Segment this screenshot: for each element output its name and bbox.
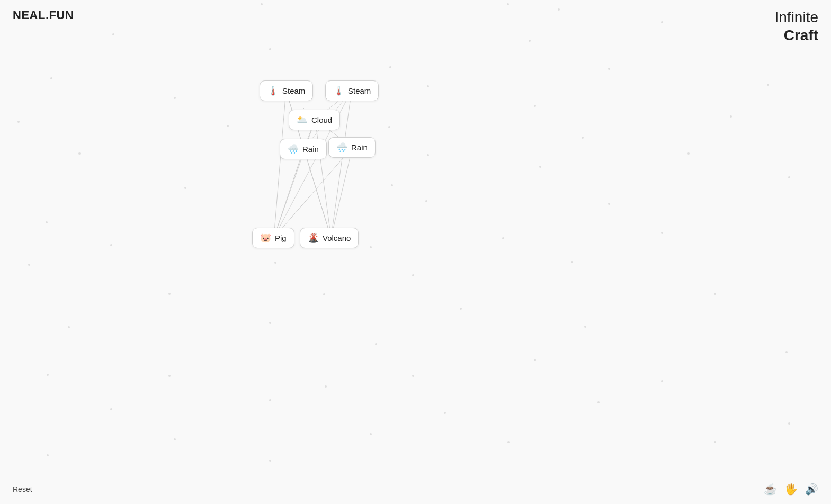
footer: Reset ☕ 🖐 🔊 [0,483,831,496]
svg-point-5 [50,77,52,79]
steam1-label: Steam [282,86,305,95]
footer-icons: ☕ 🖐 🔊 [764,483,818,496]
svg-point-50 [325,385,327,388]
svg-point-14 [227,125,229,127]
svg-point-6 [389,66,391,68]
svg-point-32 [661,232,663,234]
svg-point-55 [597,401,600,403]
svg-point-42 [269,322,271,324]
pig-emoji: 🐷 [260,232,271,244]
svg-point-48 [785,351,788,353]
coffee-icon[interactable]: ☕ [764,483,777,496]
svg-point-43 [375,343,377,345]
svg-point-31 [502,237,504,239]
svg-line-76 [331,147,353,238]
svg-point-33 [28,264,30,266]
svg-point-51 [661,380,663,382]
svg-point-41 [68,326,70,328]
volcano-label: Volcano [323,233,351,242]
svg-point-26 [425,200,427,202]
rain2-emoji: 🌧️ [336,142,347,153]
svg-point-30 [370,246,372,248]
svg-point-10 [427,85,429,87]
svg-line-71 [274,149,304,238]
volcano-emoji: 🌋 [308,232,319,244]
connections-svg [0,0,831,504]
sound-icon[interactable]: 🔊 [805,483,818,496]
title-infinite: Infinite [775,9,819,25]
svg-point-12 [767,84,769,86]
svg-point-45 [168,375,171,377]
svg-point-17 [78,152,81,155]
svg-point-0 [261,3,263,5]
svg-point-57 [370,433,372,435]
steam2-emoji: 🌡️ [333,85,344,96]
rain1-emoji: 🌧️ [288,143,299,155]
svg-point-59 [714,441,716,443]
rain2-label: Rain [351,143,368,152]
reset-button[interactable]: Reset [13,485,32,493]
svg-point-19 [582,137,584,139]
svg-point-56 [174,438,176,440]
rain1-label: Rain [302,145,319,154]
svg-point-62 [788,422,790,425]
svg-point-34 [274,262,276,264]
svg-point-11 [608,68,610,70]
element-card-rain1[interactable]: 🌧️Rain [280,139,327,159]
svg-line-72 [274,147,353,238]
svg-point-46 [412,375,414,377]
svg-point-1 [507,3,509,5]
svg-point-20 [730,115,732,118]
svg-point-49 [47,374,49,376]
cloud-emoji: 🌥️ [297,114,308,125]
element-card-cloud[interactable]: 🌥️Cloud [289,110,340,130]
app-title: Infinite Craft [775,8,819,44]
element-card-steam1[interactable]: 🌡️Steam [260,80,313,101]
element-card-volcano[interactable]: 🌋Volcano [300,228,359,248]
svg-point-24 [687,152,690,155]
svg-point-60 [47,454,49,456]
svg-point-3 [269,48,271,50]
svg-point-53 [269,399,271,401]
svg-point-13 [17,121,20,123]
pig-label: Pig [275,233,287,242]
svg-point-52 [110,408,112,410]
svg-point-58 [507,441,510,443]
svg-point-37 [168,293,171,295]
svg-point-22 [391,184,393,186]
steam2-label: Steam [348,86,371,95]
svg-point-25 [46,221,48,223]
element-card-rain2[interactable]: 🌧️Rain [328,137,376,158]
element-card-steam2[interactable]: 🌡️Steam [325,80,379,101]
svg-point-35 [412,274,414,276]
svg-point-18 [427,154,429,156]
svg-point-44 [584,326,586,328]
svg-point-15 [388,126,390,128]
svg-point-38 [323,293,325,295]
svg-point-39 [460,308,462,310]
title-craft: Craft [784,27,818,43]
svg-point-36 [571,261,573,263]
hand-icon[interactable]: 🖐 [784,483,798,496]
svg-line-75 [304,149,332,238]
svg-line-77 [274,120,315,238]
svg-point-47 [534,359,536,361]
svg-point-61 [269,460,271,462]
svg-point-27 [608,203,610,205]
svg-point-54 [444,412,446,414]
svg-point-28 [788,176,790,178]
element-card-pig[interactable]: 🐷Pig [252,228,294,248]
header: NEAL.FUN Infinite Craft [0,8,831,44]
logo: NEAL.FUN [13,8,74,22]
svg-point-9 [174,97,176,99]
svg-line-69 [274,91,286,238]
svg-point-29 [110,244,112,246]
svg-point-40 [714,293,716,295]
steam1-emoji: 🌡️ [267,85,279,96]
cloud-label: Cloud [311,115,332,124]
svg-point-23 [539,166,541,168]
svg-point-16 [534,105,536,107]
svg-line-78 [315,120,331,238]
svg-point-21 [184,187,186,189]
